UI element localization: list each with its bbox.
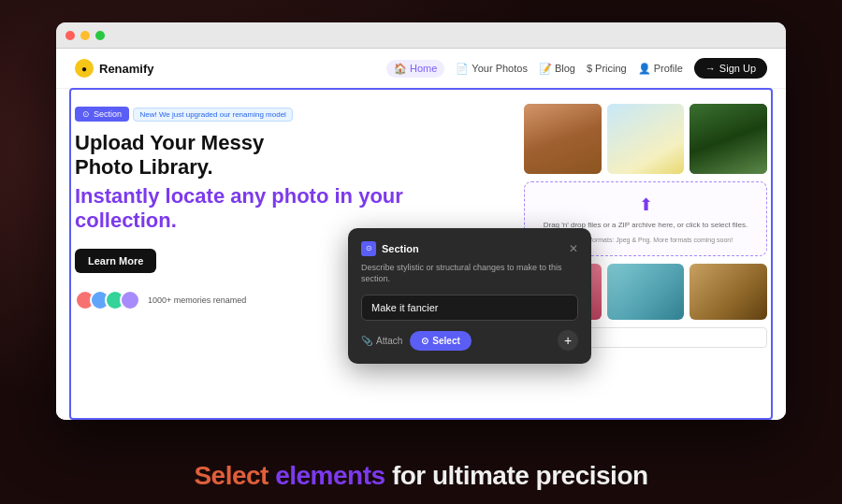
logo-text: Renamify bbox=[99, 62, 154, 76]
nav-profile[interactable]: 👤 Profile bbox=[638, 63, 683, 75]
window-close-dot[interactable] bbox=[65, 31, 75, 40]
nav-blog[interactable]: 📝 Blog bbox=[539, 63, 575, 75]
tagline-select: Select bbox=[194, 461, 269, 490]
popup-description: Describe stylistic or structural changes… bbox=[361, 262, 578, 285]
pricing-icon: $ bbox=[587, 63, 592, 74]
blog-icon: 📝 bbox=[539, 63, 552, 75]
photo-icon: 📄 bbox=[456, 63, 469, 75]
section-popup: ⊙ Section ✕ Describe stylistic or struct… bbox=[348, 228, 591, 364]
photo-item bbox=[690, 264, 767, 320]
logo-icon: ● bbox=[75, 59, 94, 78]
photo-item bbox=[607, 104, 685, 174]
popup-title-row: ⊙ Section bbox=[361, 241, 419, 256]
arrow-right-icon: → bbox=[705, 63, 716, 74]
home-icon: 🏠 bbox=[394, 63, 407, 75]
section-badge: ⊙ Section bbox=[75, 107, 129, 122]
learn-more-button[interactable]: Learn More bbox=[75, 249, 156, 273]
browser-chrome bbox=[56, 22, 786, 49]
popup-close-button[interactable]: ✕ bbox=[569, 242, 578, 255]
avatar-group bbox=[75, 290, 140, 310]
popup-section-icon: ⊙ bbox=[361, 241, 376, 256]
popup-header: ⊙ Section ✕ bbox=[361, 241, 578, 256]
photo-grid-top bbox=[524, 104, 767, 174]
tagline: Select elements for ultimate precision bbox=[0, 461, 842, 491]
tagline-elements: elements bbox=[275, 461, 385, 490]
select-button[interactable]: ⊙ Select bbox=[410, 331, 471, 351]
nav-bar: ● Renamify 🏠 Home 📄 Your Photos 📝 Blog bbox=[56, 49, 786, 89]
nav-links: 🏠 Home 📄 Your Photos 📝 Blog $ Pricing 👤 bbox=[386, 58, 767, 79]
hero-title: Upload Your Messy Photo Library. bbox=[75, 131, 505, 180]
popup-title: Section bbox=[382, 243, 419, 254]
nav-pricing[interactable]: $ Pricing bbox=[587, 63, 627, 74]
new-badge: New! We just upgraded our renaming model bbox=[133, 108, 292, 122]
attach-button[interactable]: 📎 Attach bbox=[361, 336, 402, 346]
logo: ● Renamify bbox=[75, 59, 154, 78]
popup-plus-button[interactable]: + bbox=[558, 330, 578, 351]
nav-your-photos[interactable]: 📄 Your Photos bbox=[456, 63, 528, 75]
window-minimize-dot[interactable] bbox=[80, 31, 90, 40]
popup-input[interactable] bbox=[361, 295, 578, 321]
profile-icon: 👤 bbox=[638, 63, 651, 75]
photo-item bbox=[690, 104, 767, 174]
photo-item bbox=[607, 264, 685, 320]
upload-icon: ⬆ bbox=[639, 194, 653, 215]
nav-home[interactable]: 🏠 Home bbox=[386, 60, 444, 78]
avatar bbox=[120, 290, 140, 310]
website-content: ● Renamify 🏠 Home 📄 Your Photos 📝 Blog bbox=[56, 49, 786, 420]
hero-subtitle: Instantly locate any photo in your colle… bbox=[75, 184, 505, 234]
select-icon: ⊙ bbox=[421, 336, 428, 346]
social-text: 1000+ memories renamed bbox=[148, 295, 246, 305]
tagline-rest: for ultimate precision bbox=[392, 461, 648, 490]
section-badge-icon: ⊙ bbox=[82, 109, 90, 119]
popup-actions: 📎 Attach ⊙ Select + bbox=[361, 330, 578, 351]
signup-button[interactable]: → Sign Up bbox=[694, 58, 767, 79]
paperclip-icon: 📎 bbox=[361, 336, 372, 346]
browser-window: ● Renamify 🏠 Home 📄 Your Photos 📝 Blog bbox=[56, 22, 786, 420]
photo-item bbox=[524, 104, 602, 174]
window-maximize-dot[interactable] bbox=[95, 31, 105, 40]
